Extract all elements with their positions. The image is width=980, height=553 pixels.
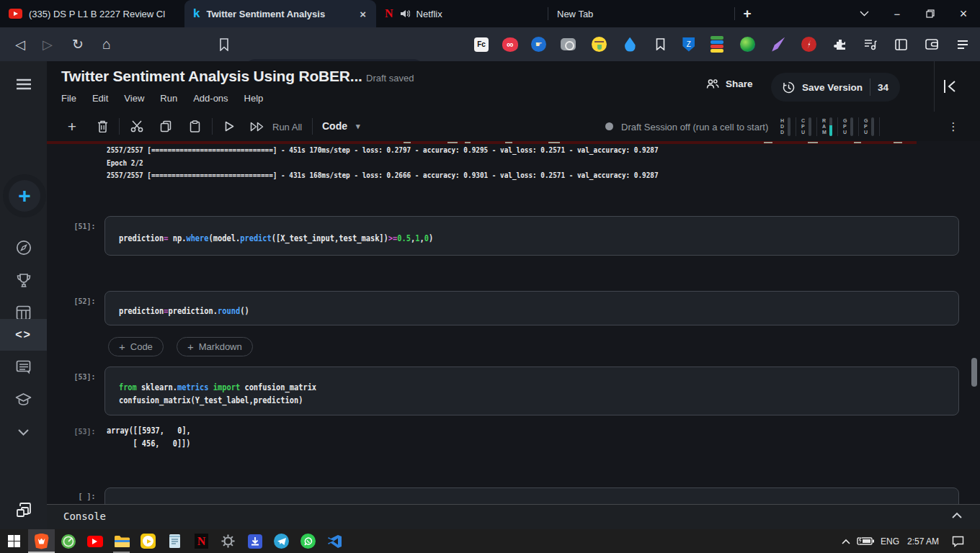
version-count[interactable]: 34 [878,82,888,93]
tray-language[interactable]: ENG [881,529,899,553]
home-icon[interactable]: ⌂ [94,27,119,61]
sidebar-item-code[interactable]: <> [0,319,47,351]
code-line[interactable]: prediction= np.where(model.predict([X_te… [105,217,873,245]
tab-kaggle-active[interactable]: k Twitter Sentiment Analysis × [184,0,376,27]
meter-gpu-2: GPU [864,117,874,136]
tab-search-chevron-icon[interactable] [847,0,881,27]
extension-color-stack-icon[interactable] [708,36,726,53]
menu-addons[interactable]: Add-ons [193,93,228,104]
extension-flash-icon[interactable] [801,36,818,53]
copy-cell-icon[interactable] [155,112,177,141]
tray-clock[interactable]: 2:57 AM [907,529,939,553]
code-cell-53[interactable]: from sklearn.metrics import confusion_ma… [104,367,959,415]
extension-bookmark-icon[interactable] [652,36,669,53]
tab-youtube[interactable]: (335) DS P L1 B 2227 Review Cl [0,0,184,27]
playlist-icon[interactable] [862,36,879,53]
notebook-toolbar: + Run All Code ▾ Draft Session off (run … [47,112,980,141]
save-version-button[interactable]: Save Version [802,82,863,93]
paste-cell-icon[interactable] [184,112,205,141]
window-minimize-button[interactable]: − [881,0,914,27]
battery-charging-icon[interactable] [855,529,876,553]
forward-icon[interactable]: ▷ [35,27,60,61]
sidebar-item-competitions[interactable] [0,264,47,296]
extension-fc-icon[interactable]: Fc [474,37,489,52]
extensions-puzzle-icon[interactable] [832,36,849,53]
share-button[interactable]: Share [706,78,753,89]
run-cell-icon[interactable] [218,112,240,141]
window-maximize-button[interactable] [914,0,947,27]
menu-edit[interactable]: Edit [92,93,108,104]
code-line[interactable]: from sklearn.metrics import confusion_ma… [105,367,873,394]
code-line[interactable]: confusion_matrix(Y_test_label,prediction… [105,394,873,407]
extension-feather-icon[interactable] [770,36,787,53]
menu-run[interactable]: Run [160,93,177,104]
tray-hidden-icons-chevron[interactable] [836,529,856,553]
sidebar-toggle-icon[interactable] [893,36,910,53]
add-cell-icon[interactable]: + [61,112,83,141]
taskbar-netflix-icon[interactable]: N [188,529,215,553]
meter-ram: RAM [822,117,832,136]
sidebar-item-discussions[interactable] [0,351,47,383]
delete-cell-icon[interactable] [92,112,113,141]
start-button[interactable] [1,529,27,553]
extension-camera-icon[interactable] [560,36,577,53]
tab-netflix[interactable]: N Netflix [376,0,548,27]
taskbar-media-player-icon[interactable] [135,529,161,553]
taskbar-telegram-icon[interactable] [268,529,295,553]
taskbar-download-manager-icon[interactable] [241,529,268,553]
sidebar-item-learn[interactable] [0,384,47,415]
console-expand-chevron-icon[interactable] [952,512,962,518]
tab-close-icon[interactable]: × [358,8,368,20]
add-markdown-cell-button[interactable]: + Markdown [177,337,253,356]
sidebar-expand-chevron-icon[interactable] [0,416,47,448]
back-icon[interactable]: ◁ [8,27,32,61]
menu-help[interactable]: Help [244,93,264,104]
extension-zenmate-shield-icon[interactable]: Z [682,37,695,52]
notebook-title[interactable]: Twitter Sentiment Analysis Using RoBER..… [61,68,362,85]
cut-cell-icon[interactable] [126,112,148,141]
extension-hand-icon[interactable]: ☛ [531,37,546,52]
taskbar-notepad-icon[interactable] [161,529,188,553]
multi-window-icon[interactable] [0,494,47,526]
taskbar-green-app-icon[interactable] [55,529,81,553]
divider [312,118,313,135]
bookmark-icon[interactable] [212,27,236,61]
divider [119,118,120,135]
notebook-scrollbar-thumb[interactable] [971,358,977,387]
taskbar-file-explorer-icon[interactable] [108,529,135,553]
extension-money-face-icon[interactable] [591,36,608,53]
code-line[interactable]: prediction=prediction.round() [105,292,873,318]
new-tab-button[interactable]: + [735,0,760,27]
console-bar[interactable]: Console [47,504,980,529]
extension-water-drop-icon[interactable] [621,36,638,53]
menu-view[interactable]: View [124,93,144,104]
action-center-icon[interactable] [945,529,970,553]
add-code-cell-button[interactable]: + Code [108,337,164,356]
taskbar-youtube-icon[interactable] [81,529,108,553]
collapse-panel-icon[interactable] [941,78,960,94]
code-cell-51[interactable]: prediction= np.where(model.predict([X_te… [104,216,959,256]
taskbar-brave-icon[interactable] [28,529,55,553]
taskbar-vscode-icon[interactable] [321,529,348,553]
tab-title: Netflix [416,9,539,19]
create-button[interactable]: + [9,180,40,212]
extension-idm-globe-icon[interactable] [739,36,757,53]
sidebar-menu-icon[interactable] [0,68,47,100]
taskbar-whatsapp-icon[interactable] [295,529,321,553]
run-all-label[interactable]: Run All [272,122,302,132]
menu-file[interactable]: File [61,93,76,104]
cell-type-dropdown[interactable]: Code ▾ [322,120,360,132]
taskbar-settings-icon[interactable] [215,529,241,553]
empty-code-cell[interactable] [104,487,959,504]
reload-icon[interactable]: ↻ [66,27,90,61]
browser-menu-icon[interactable] [954,36,971,53]
wallet-icon[interactable] [923,36,940,53]
code-cell-52[interactable]: prediction=prediction.round() [104,291,959,325]
sidebar-item-home[interactable] [0,232,47,264]
toolbar-more-icon[interactable]: ⋮ [944,117,963,136]
youtube-favicon [9,9,22,19]
extension-infinity-icon[interactable]: ∞ [502,37,518,52]
window-close-button[interactable]: × [947,0,980,27]
tab-new-tab[interactable]: New Tab [548,0,734,27]
run-all-icon[interactable] [246,112,267,141]
